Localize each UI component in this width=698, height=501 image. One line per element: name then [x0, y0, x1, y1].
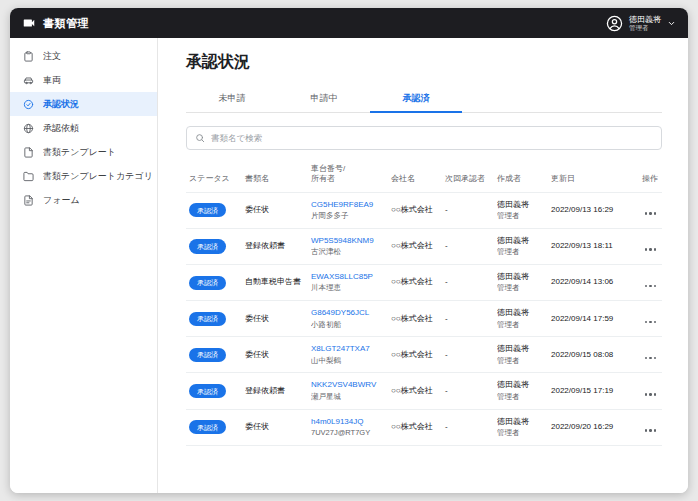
table-row: 承認済 自動車税申告書 EWAXS8LLC85P 川本理恵 ○○株式会社 - 徳… — [186, 265, 662, 301]
status-badge: 承認済 — [189, 203, 226, 217]
status-badge: 承認済 — [189, 384, 226, 398]
sidebar: 注文 車両 承認状況 承認依頼 書類テンプレート 書類テンプレートカテゴリ — [10, 38, 158, 493]
company-name: ○○株式会社 — [391, 205, 433, 214]
chassis-number-link[interactable]: NKK2VSV4BWRV — [311, 380, 385, 390]
column-header-creator: 作成者 — [494, 156, 548, 192]
sidebar-item-label: 書類テンプレートカテゴリ — [43, 170, 153, 183]
clipboard-icon — [23, 51, 34, 62]
tab-approved[interactable]: 承認済 — [370, 85, 462, 113]
table-row: 承認済 委任状 h4m0L9134JQ 7UV27J@RT7GY ○○株式会社 … — [186, 409, 662, 445]
status-badge: 承認済 — [189, 276, 226, 290]
owner-name: 瀬戸星城 — [311, 392, 385, 402]
row-actions-button[interactable] — [641, 236, 659, 257]
avatar-icon — [606, 15, 623, 32]
sidebar-item-vehicles[interactable]: 車両 — [10, 68, 157, 92]
document-name: 登録依頼書 — [245, 241, 305, 251]
chassis-number-link[interactable]: WP5S5948KNM9 — [311, 236, 385, 246]
document-name: 委任状 — [245, 350, 305, 360]
video-camera-icon — [22, 16, 36, 30]
column-header-actions: 操作 — [634, 156, 662, 192]
form-icon — [23, 195, 34, 206]
tab-not-applied[interactable]: 未申請 — [186, 85, 278, 113]
chassis-number-link[interactable]: EWAXS8LLC85P — [311, 272, 385, 282]
user-name: 徳田義将 — [629, 15, 661, 24]
row-actions-button[interactable] — [641, 308, 659, 329]
owner-name: 小路初船 — [311, 320, 385, 330]
row-actions-button[interactable] — [641, 272, 659, 293]
app-window: 書類管理 徳田義将 管理者 注文 車両 承認状況 — [10, 8, 688, 493]
company-name: ○○株式会社 — [391, 350, 433, 359]
creator-role: 管理者 — [497, 392, 545, 402]
chassis-number-link[interactable]: X8LGT247TXA7 — [311, 344, 385, 354]
next-approver: - — [445, 314, 448, 323]
updated-date: 2022/09/15 08:08 — [551, 350, 613, 359]
creator-name: 徳田義将 — [497, 272, 545, 282]
creator-role: 管理者 — [497, 247, 545, 257]
creator-name: 徳田義将 — [497, 344, 545, 354]
table-row: 承認済 委任状 G8649DY56JCL 小路初船 ○○株式会社 - 徳田義将 … — [186, 301, 662, 337]
chassis-number-link[interactable]: G8649DY56JCL — [311, 308, 385, 318]
document-name: 登録依頼書 — [245, 386, 305, 396]
next-approver: - — [445, 205, 448, 214]
tab-applying[interactable]: 申請中 — [278, 85, 370, 113]
owner-name: 山中梨鶴 — [311, 356, 385, 366]
row-actions-button[interactable] — [641, 200, 659, 221]
updated-date: 2022/09/14 13:06 — [551, 277, 613, 286]
user-role: 管理者 — [629, 24, 661, 31]
column-header-company: 会社名 — [388, 156, 442, 192]
status-badge: 承認済 — [189, 239, 226, 253]
next-approver: - — [445, 422, 448, 431]
updated-date: 2022/09/15 17:19 — [551, 386, 613, 395]
sidebar-item-template-categories[interactable]: 書類テンプレートカテゴリ — [10, 164, 157, 188]
status-badge: 承認済 — [189, 312, 226, 326]
column-header-chassis-line1: 車台番号/ — [311, 164, 385, 174]
user-menu[interactable]: 徳田義将 管理者 — [606, 15, 676, 32]
sidebar-item-orders[interactable]: 注文 — [10, 44, 157, 68]
chassis-number-link[interactable]: CG5HE9RF8EA9 — [311, 200, 385, 210]
status-badge: 承認済 — [189, 348, 226, 362]
page-title: 承認状況 — [186, 52, 662, 73]
updated-date: 2022/09/20 16:29 — [551, 422, 613, 431]
company-name: ○○株式会社 — [391, 314, 433, 323]
search-input[interactable] — [211, 133, 653, 143]
sidebar-item-forms[interactable]: フォーム — [10, 188, 157, 212]
sidebar-item-approval-requests[interactable]: 承認依頼 — [10, 116, 157, 140]
column-header-chassis: 車台番号/ 所有者 — [308, 156, 388, 192]
chassis-number-link[interactable]: h4m0L9134JQ — [311, 417, 385, 427]
approvals-table: ステータス 書類名 車台番号/ 所有者 会社名 次回承認者 作成者 更新日 操作 — [186, 156, 662, 446]
sidebar-item-label: 車両 — [43, 74, 61, 87]
tab-bar: 未申請 申請中 承認済 — [186, 85, 662, 113]
row-actions-button[interactable] — [641, 344, 659, 365]
main-content: 承認状況 未申請 申請中 承認済 ステータス 書類名 — [158, 38, 688, 493]
table-row: 承認済 登録依頼書 WP5S5948KNM9 古沢津松 ○○株式会社 - 徳田義… — [186, 228, 662, 264]
updated-date: 2022/09/14 17:59 — [551, 314, 613, 323]
creator-name: 徳田義将 — [497, 380, 545, 390]
company-name: ○○株式会社 — [391, 386, 433, 395]
row-actions-button[interactable] — [641, 381, 659, 402]
creator-role: 管理者 — [497, 356, 545, 366]
creator-name: 徳田義将 — [497, 417, 545, 427]
creator-name: 徳田義将 — [497, 308, 545, 318]
company-name: ○○株式会社 — [391, 422, 433, 431]
app-title: 書類管理 — [43, 16, 89, 31]
globe-icon — [23, 123, 34, 134]
creator-name: 徳田義将 — [497, 236, 545, 246]
document-icon — [23, 147, 34, 158]
search-icon — [195, 133, 205, 143]
column-header-next-approver: 次回承認者 — [442, 156, 494, 192]
sidebar-item-approval-status[interactable]: 承認状況 — [10, 92, 157, 116]
chevron-down-icon — [667, 19, 676, 28]
sidebar-item-label: 承認状況 — [43, 98, 79, 111]
check-circle-icon — [23, 99, 34, 110]
sidebar-item-label: 承認依頼 — [43, 122, 79, 135]
company-name: ○○株式会社 — [391, 241, 433, 250]
row-actions-button[interactable] — [641, 417, 659, 438]
company-name: ○○株式会社 — [391, 277, 433, 286]
next-approver: - — [445, 386, 448, 395]
sidebar-item-document-templates[interactable]: 書類テンプレート — [10, 140, 157, 164]
next-approver: - — [445, 241, 448, 250]
column-header-status: ステータス — [186, 156, 242, 192]
sidebar-item-label: 書類テンプレート — [43, 146, 116, 159]
creator-role: 管理者 — [497, 320, 545, 330]
document-name: 委任状 — [245, 314, 305, 324]
